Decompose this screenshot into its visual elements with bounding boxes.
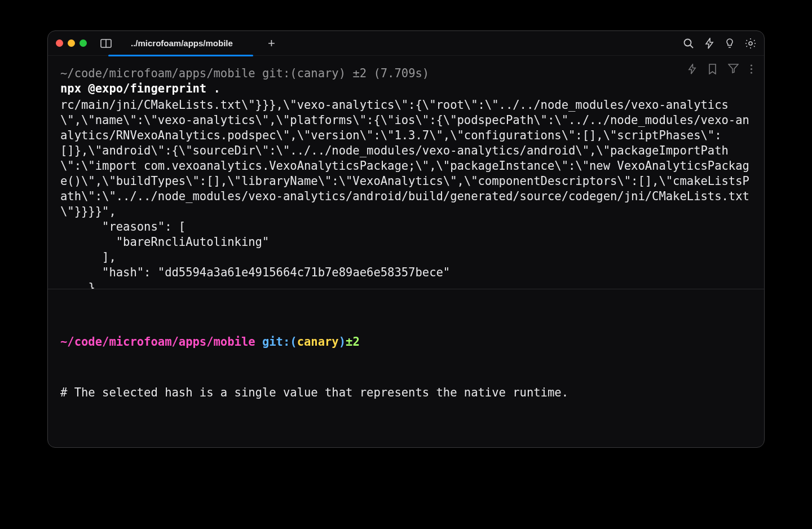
- prompt-path: ~/code/microfoam/apps/mobile: [60, 67, 255, 80]
- more-icon[interactable]: [750, 64, 753, 74]
- prompt-path: ~/code/microfoam/apps/mobile: [60, 335, 255, 349]
- terminal-window: ../microfoam/apps/mobile +: [47, 30, 765, 448]
- prompt-timing: (7.709s): [373, 67, 429, 80]
- search-icon[interactable]: [683, 38, 694, 49]
- gear-icon[interactable]: [745, 38, 756, 49]
- command: npx @expo/fingerprint .: [60, 81, 752, 96]
- minimize-icon[interactable]: [68, 39, 75, 47]
- prompt-git: git:: [262, 335, 290, 349]
- zoom-icon[interactable]: [80, 39, 87, 47]
- svg-point-7: [751, 68, 752, 70]
- titlebar-actions: [683, 38, 756, 49]
- titlebar: ../microfoam/apps/mobile +: [48, 31, 764, 56]
- prompt-git: git:(canary) ±2: [262, 67, 367, 80]
- json-output: rc/main/jni/CMakeLists.txt\"}}},\"vexo-a…: [60, 98, 752, 289]
- new-tab-button[interactable]: +: [268, 36, 275, 51]
- svg-line-3: [690, 45, 693, 48]
- svg-point-8: [751, 72, 752, 73]
- prompt-line: ~/code/microfoam/apps/mobile git:(canary…: [60, 333, 752, 350]
- prompt-branch: canary: [297, 335, 339, 349]
- close-icon[interactable]: [56, 39, 63, 47]
- tab-active[interactable]: ../microfoam/apps/mobile: [125, 31, 248, 56]
- window-controls: [56, 39, 87, 47]
- tab-title: ../microfoam/apps/mobile: [131, 38, 233, 48]
- svg-point-6: [751, 64, 752, 66]
- output-pane[interactable]: ~/code/microfoam/apps/mobile git:(canary…: [48, 56, 764, 289]
- bolt-icon[interactable]: [687, 64, 697, 74]
- input-text[interactable]: # The selected hash is a single value th…: [60, 384, 752, 401]
- terminal-content: ~/code/microfoam/apps/mobile git:(canary…: [48, 56, 764, 447]
- pane-actions: [687, 64, 753, 74]
- prompt-delta: ±2: [346, 335, 360, 349]
- lightbulb-icon[interactable]: [725, 38, 735, 49]
- bookmark-icon[interactable]: [708, 64, 717, 74]
- filter-icon[interactable]: [728, 64, 739, 74]
- svg-point-2: [685, 39, 691, 46]
- input-pane[interactable]: ~/code/microfoam/apps/mobile git:(canary…: [48, 289, 764, 447]
- prompt-line: ~/code/microfoam/apps/mobile git:(canary…: [60, 66, 752, 81]
- bolt-icon[interactable]: [704, 38, 714, 49]
- svg-point-5: [749, 42, 752, 45]
- panes-icon[interactable]: [100, 39, 112, 48]
